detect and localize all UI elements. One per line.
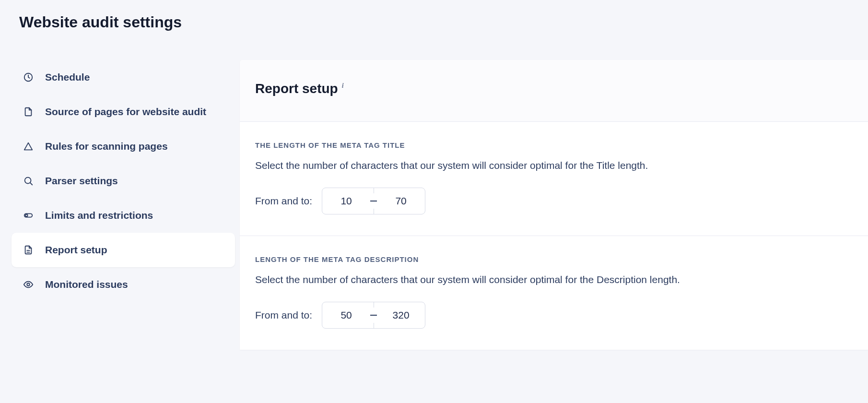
toggle-icon xyxy=(23,210,34,221)
sidebar: Schedule Source of pages for website aud… xyxy=(0,60,240,350)
sidebar-item-monitored[interactable]: Monitored issues xyxy=(12,267,235,302)
document-icon xyxy=(23,245,34,255)
sidebar-item-label: Rules for scanning pages xyxy=(45,141,168,152)
main-title: Report setup xyxy=(255,81,338,96)
section-description: Select the number of characters that our… xyxy=(255,160,853,171)
range-divider xyxy=(370,201,377,202)
search-icon xyxy=(23,176,34,186)
sidebar-item-label: Report setup xyxy=(45,244,107,256)
sidebar-item-schedule[interactable]: Schedule xyxy=(12,60,235,95)
sidebar-item-label: Limits and restrictions xyxy=(45,210,153,221)
range-box xyxy=(322,188,425,214)
main-header: Report setup i xyxy=(240,60,868,122)
section-description: Select the number of characters that our… xyxy=(255,274,853,285)
description-from-input[interactable] xyxy=(322,309,370,321)
page-title: Website audit settings xyxy=(0,0,868,31)
eye-icon xyxy=(23,279,34,290)
section-title-length: THE LENGTH OF THE META TAG TITLE Select … xyxy=(240,122,868,236)
range-label: From and to: xyxy=(255,195,312,207)
clock-icon xyxy=(23,72,34,83)
main-panel: Report setup i THE LENGTH OF THE META TA… xyxy=(240,60,868,350)
sidebar-item-rules[interactable]: Rules for scanning pages xyxy=(12,129,235,164)
title-to-input[interactable] xyxy=(377,195,425,207)
range-label: From and to: xyxy=(255,309,312,321)
range-divider xyxy=(370,315,377,316)
range-box xyxy=(322,302,425,329)
file-icon xyxy=(23,107,34,117)
sidebar-item-label: Source of pages for website audit xyxy=(45,106,206,118)
section-heading: THE LENGTH OF THE META TAG TITLE xyxy=(255,141,853,149)
sidebar-item-parser[interactable]: Parser settings xyxy=(12,164,235,198)
svg-point-4 xyxy=(27,283,30,286)
section-description-length: LENGTH OF THE META TAG DESCRIPTION Selec… xyxy=(240,236,868,350)
svg-point-3 xyxy=(25,214,28,217)
section-heading: LENGTH OF THE META TAG DESCRIPTION xyxy=(255,255,853,263)
info-icon[interactable]: i xyxy=(342,82,344,90)
sidebar-item-report[interactable]: Report setup xyxy=(12,233,235,267)
sidebar-item-label: Monitored issues xyxy=(45,279,128,290)
triangle-icon xyxy=(23,141,34,152)
sidebar-item-label: Schedule xyxy=(45,71,90,83)
sidebar-item-source[interactable]: Source of pages for website audit xyxy=(12,95,235,129)
sidebar-item-label: Parser settings xyxy=(45,175,118,187)
description-to-input[interactable] xyxy=(377,309,425,321)
title-from-input[interactable] xyxy=(322,195,370,207)
sidebar-item-limits[interactable]: Limits and restrictions xyxy=(12,198,235,233)
